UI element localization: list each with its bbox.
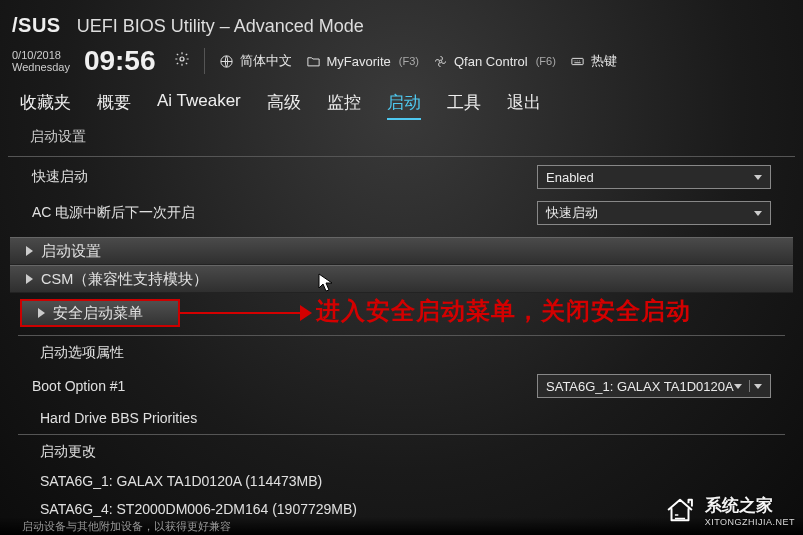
ac-power-dropdown[interactable]: 快速启动: [537, 201, 771, 225]
boot-option1-row: Boot Option #1 SATA6G_1: GALAX TA1D0120A: [10, 368, 793, 404]
ac-power-value: 快速启动: [546, 204, 598, 222]
header: /SUS UEFI BIOS Utility – Advanced Mode: [0, 4, 803, 43]
main-tabs: 收藏夹 概要 Ai Tweaker 高级 监控 启动 工具 退出: [0, 81, 803, 122]
tab-exit[interactable]: 退出: [507, 91, 541, 120]
boot-option-heading: 启动选项属性: [10, 338, 793, 368]
keyboard-icon: [570, 54, 585, 69]
ac-power-label: AC 电源中断后下一次开启: [32, 204, 195, 222]
watermark: 系统之家 XITONGZHIJIA.NET: [663, 493, 795, 527]
hotkey-button[interactable]: 热键: [570, 52, 617, 70]
myfavorite-label: MyFavorite: [327, 54, 391, 69]
watermark-url: XITONGZHIJIA.NET: [705, 517, 795, 527]
svg-point-2: [439, 60, 442, 63]
myfavorite-hint: (F3): [399, 55, 419, 67]
annotation-row: 安全启动菜单 进入安全启动菜单，关闭安全启动: [10, 295, 793, 331]
svg-rect-3: [572, 58, 583, 64]
divider: [18, 335, 785, 336]
fan-icon: [433, 54, 448, 69]
divider: [18, 434, 785, 435]
hotkey-label: 热键: [591, 52, 617, 70]
chevron-down-icon: [734, 384, 742, 389]
fast-boot-value: Enabled: [546, 170, 594, 185]
annotation-text: 进入安全启动菜单，关闭安全启动: [316, 295, 691, 327]
section-boot-config-label: 启动设置: [41, 242, 101, 261]
language-label: 简体中文: [240, 52, 292, 70]
content-area: 快速启动 Enabled AC 电源中断后下一次开启 快速启动 启动设置 CSM…: [0, 159, 803, 523]
boot-option1-value: SATA6G_1: GALAX TA1D0120A: [546, 379, 734, 394]
annotation-arrow-head-icon: [300, 305, 312, 321]
folder-star-icon: [306, 54, 321, 69]
date: 0/10/2018: [12, 49, 70, 61]
section-secure-boot-label: 安全启动菜单: [53, 304, 143, 323]
fast-boot-row: 快速启动 Enabled: [10, 159, 793, 195]
app-title: UEFI BIOS Utility – Advanced Mode: [77, 16, 364, 37]
house-icon: [663, 493, 697, 527]
qfan-hint: (F6): [536, 55, 556, 67]
drive-row-1[interactable]: SATA6G_1: GALAX TA1D0120A (114473MB): [10, 467, 793, 495]
datetime-row: 0/10/2018 Wednesday 09:56 简体中文 MyFavorit…: [0, 43, 803, 81]
boot-option1-label: Boot Option #1: [32, 378, 125, 394]
date-block: 0/10/2018 Wednesday: [12, 49, 70, 73]
caret-right-icon: [26, 246, 33, 256]
chevron-down-icon: [754, 175, 762, 180]
section-csm-label: CSM（兼容性支持模块）: [41, 270, 208, 289]
title-block: UEFI BIOS Utility – Advanced Mode: [77, 16, 364, 37]
tab-main[interactable]: 概要: [97, 91, 131, 120]
section-boot-config[interactable]: 启动设置: [10, 237, 793, 265]
tab-favorites[interactable]: 收藏夹: [20, 91, 71, 120]
page-subheading: 启动设置: [0, 122, 803, 154]
chevron-down-icon: [754, 384, 762, 389]
ac-power-row: AC 电源中断后下一次开启 快速启动: [10, 195, 793, 231]
myfavorite-button[interactable]: MyFavorite (F3): [306, 54, 419, 69]
tab-monitor[interactable]: 监控: [327, 91, 361, 120]
fast-boot-dropdown[interactable]: Enabled: [537, 165, 771, 189]
divider: [8, 156, 795, 157]
annotation-arrow-line: [180, 312, 300, 314]
qfan-label: Qfan Control: [454, 54, 528, 69]
separator: [204, 48, 205, 74]
caret-right-icon: [38, 308, 45, 318]
language-selector[interactable]: 简体中文: [219, 52, 292, 70]
weekday: Wednesday: [12, 61, 70, 73]
caret-right-icon: [26, 274, 33, 284]
settings-gear-icon[interactable]: [170, 51, 190, 71]
tab-boot[interactable]: 启动: [387, 91, 421, 120]
watermark-name: 系统之家: [705, 496, 773, 515]
tab-tool[interactable]: 工具: [447, 91, 481, 120]
boot-change-heading: 启动更改: [10, 437, 793, 467]
section-csm[interactable]: CSM（兼容性支持模块）: [10, 265, 793, 293]
bios-screen: /SUS UEFI BIOS Utility – Advanced Mode 0…: [0, 0, 803, 535]
time: 09:56: [84, 45, 156, 77]
svg-point-0: [180, 57, 184, 61]
boot-option1-dropdown[interactable]: SATA6G_1: GALAX TA1D0120A: [537, 374, 771, 398]
mouse-cursor-icon: [318, 273, 334, 293]
qfan-button[interactable]: Qfan Control (F6): [433, 54, 556, 69]
fast-boot-label: 快速启动: [32, 168, 88, 186]
tab-advanced[interactable]: 高级: [267, 91, 301, 120]
hdd-bbs-priorities[interactable]: Hard Drive BBS Priorities: [10, 404, 793, 432]
section-secure-boot[interactable]: 安全启动菜单: [20, 299, 180, 327]
chevron-down-icon: [754, 211, 762, 216]
globe-icon: [219, 54, 234, 69]
tab-ai-tweaker[interactable]: Ai Tweaker: [157, 91, 241, 120]
brand-logo: /SUS: [12, 4, 61, 37]
